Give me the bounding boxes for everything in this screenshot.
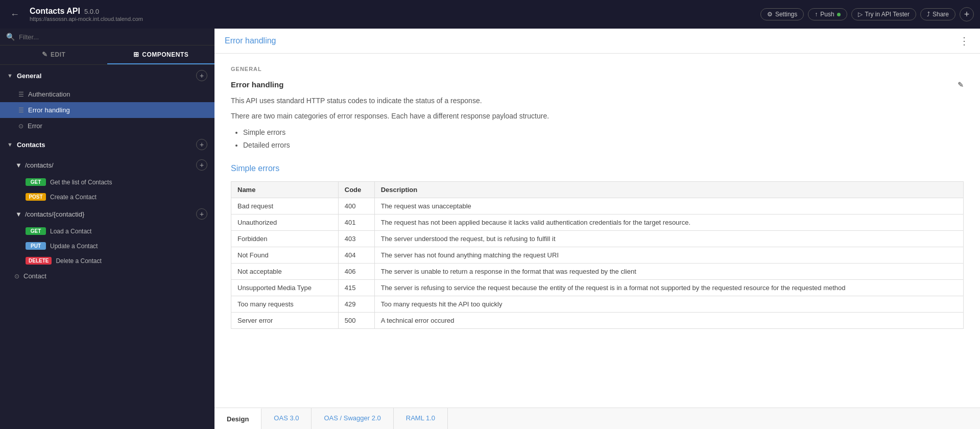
td-description: The server is refusing to service the re…	[374, 280, 963, 296]
search-row: 🔍	[6, 33, 208, 41]
top-header: ← Contacts API 5.0.0 https://assossn.api…	[0, 0, 980, 29]
content-title-row: Error handling ✎	[231, 80, 964, 89]
bottom-tabs: Design OAS 3.0 OAS / Swagger 2.0 RAML 1.…	[214, 408, 980, 429]
td-code: 401	[338, 214, 374, 231]
layout: 🔍 ✎ EDIT ⊞ COMPONENTS ▼ General +	[0, 29, 980, 429]
general-add-button[interactable]: +	[196, 70, 207, 81]
get-contact-label: Load a Contact	[50, 228, 91, 235]
tab-edit[interactable]: ✎ EDIT	[0, 45, 107, 64]
content-edit-icon[interactable]: ✎	[958, 81, 964, 89]
delete-contact-label: Delete a Contact	[56, 257, 101, 265]
td-description: A technical error occured	[374, 313, 963, 329]
contacts-chevron-icon: ▼	[7, 141, 13, 148]
general-section-label: GENERAL	[231, 66, 964, 72]
main-content: Error handling ⋮ GENERAL Error handling …	[214, 29, 980, 429]
add-button[interactable]: +	[960, 7, 974, 21]
td-name: Unauthorized	[231, 214, 339, 231]
sidebar-item-contact[interactable]: ⊙ Contact	[0, 268, 214, 284]
section-contacts-left: ▼ Contacts	[7, 141, 45, 149]
put-badge: PUT	[26, 242, 46, 250]
sub-section-contacts-path[interactable]: ▼ /contacts/ +	[0, 155, 214, 175]
list-item-detailed: Detailed errors	[243, 139, 964, 152]
endpoint-delete-contact[interactable]: DELETE Delete a Contact	[0, 253, 214, 268]
edit-tab-icon: ✎	[42, 51, 48, 58]
error-icon: ⊙	[18, 123, 23, 130]
contacts-path-add-button[interactable]: +	[196, 159, 207, 171]
sidebar-tabs: ✎ EDIT ⊞ COMPONENTS	[0, 45, 214, 65]
sidebar-item-error-handling[interactable]: ☰ Error handling	[0, 102, 214, 118]
tab-oas3-label: OAS 3.0	[274, 414, 299, 422]
sidebar-item-authentication[interactable]: ☰ Authentication	[0, 86, 214, 102]
sidebar-search-area: 🔍	[0, 29, 214, 45]
th-name: Name	[231, 182, 339, 198]
contacts-add-button[interactable]: +	[196, 139, 207, 150]
section-general-header[interactable]: ▼ General +	[0, 65, 214, 86]
td-code: 400	[338, 198, 374, 214]
td-description: Too many requests hit the API too quickl…	[374, 296, 963, 313]
endpoint-get-contact[interactable]: GET Load a Contact	[0, 224, 214, 239]
try-api-tester-button[interactable]: ▷ Try in API Tester	[851, 8, 916, 20]
sidebar: 🔍 ✎ EDIT ⊞ COMPONENTS ▼ General +	[0, 29, 214, 429]
components-tab-label: COMPONENTS	[142, 51, 188, 58]
contactid-path-add-button[interactable]: +	[196, 208, 207, 220]
table-row: Server error500A technical error occured	[231, 313, 964, 329]
settings-label: Settings	[775, 11, 797, 18]
api-version: 5.0.0	[84, 8, 99, 15]
endpoint-put-contact[interactable]: PUT Update a Contact	[0, 239, 214, 253]
td-description: The server has not found anything matchi…	[374, 247, 963, 264]
tab-oas3[interactable]: OAS 3.0	[261, 408, 312, 429]
td-name: Too many requests	[231, 296, 339, 313]
settings-icon: ⚙	[767, 11, 773, 18]
contacts-path-label: /contacts/	[25, 161, 54, 169]
td-name: Not acceptable	[231, 264, 339, 280]
post-badge: POST	[26, 193, 46, 201]
section-contacts-header[interactable]: ▼ Contacts +	[0, 134, 214, 155]
settings-button[interactable]: ⚙ Settings	[760, 8, 804, 20]
main-body: GENERAL Error handling ✎ This API uses s…	[214, 54, 980, 408]
td-name: Bad request	[231, 198, 339, 214]
put-contact-label: Update a Contact	[50, 243, 98, 250]
tab-components[interactable]: ⊞ COMPONENTS	[107, 45, 214, 64]
share-label: Share	[933, 11, 949, 18]
error-label: Error	[28, 122, 42, 130]
api-title-row: Contacts API 5.0.0	[30, 7, 143, 16]
tab-oas-swagger-label: OAS / Swagger 2.0	[324, 414, 380, 422]
general-chevron-icon: ▼	[7, 73, 13, 79]
endpoint-post-contacts[interactable]: POST Create a Contact	[0, 189, 214, 204]
tab-oas-swagger[interactable]: OAS / Swagger 2.0	[312, 408, 393, 429]
api-name: Contacts API	[30, 7, 80, 16]
td-code: 500	[338, 313, 374, 329]
contact-icon: ⊙	[14, 273, 19, 280]
th-code: Code	[338, 182, 374, 198]
push-label: Push	[820, 11, 834, 18]
td-code: 415	[338, 280, 374, 296]
back-button[interactable]: ←	[6, 7, 23, 22]
contactid-path-label: /contacts/{contactid}	[25, 210, 84, 218]
table-row: Unsupported Media Type415The server is r…	[231, 280, 964, 296]
tab-design-label: Design	[227, 415, 249, 423]
td-code: 406	[338, 264, 374, 280]
share-icon: ⤴	[927, 11, 930, 18]
search-input[interactable]	[19, 33, 208, 41]
search-icon: 🔍	[6, 33, 15, 41]
tab-raml[interactable]: RAML 1.0	[394, 408, 448, 429]
components-tab-icon: ⊞	[133, 51, 139, 58]
td-name: Not Found	[231, 247, 339, 264]
tab-design[interactable]: Design	[214, 408, 261, 429]
menu-button[interactable]: ⋮	[959, 35, 970, 47]
push-button[interactable]: ↑ Push	[808, 8, 847, 20]
table-row: Not Found404The server has not found any…	[231, 247, 964, 264]
td-name: Forbidden	[231, 231, 339, 247]
get-contacts-label: Get the list of Contacts	[50, 179, 112, 186]
sub-section-contactid-path[interactable]: ▼ /contacts/{contactid} +	[0, 204, 214, 224]
sidebar-item-error[interactable]: ⊙ Error	[0, 118, 214, 134]
try-icon: ▷	[858, 11, 863, 18]
table-row: Bad request400The request was unacceptab…	[231, 198, 964, 214]
share-button[interactable]: ⤴ Share	[920, 8, 955, 20]
header-actions: ⚙ Settings ↑ Push ▷ Try in API Tester ⤴ …	[760, 7, 974, 21]
td-description: The server understood the request, but i…	[374, 231, 963, 247]
sub-section-contactid-left: ▼ /contacts/{contactid}	[15, 210, 84, 218]
error-handling-label: Error handling	[28, 106, 70, 114]
section-contacts-label: Contacts	[17, 141, 45, 149]
endpoint-get-contacts[interactable]: GET Get the list of Contacts	[0, 175, 214, 189]
